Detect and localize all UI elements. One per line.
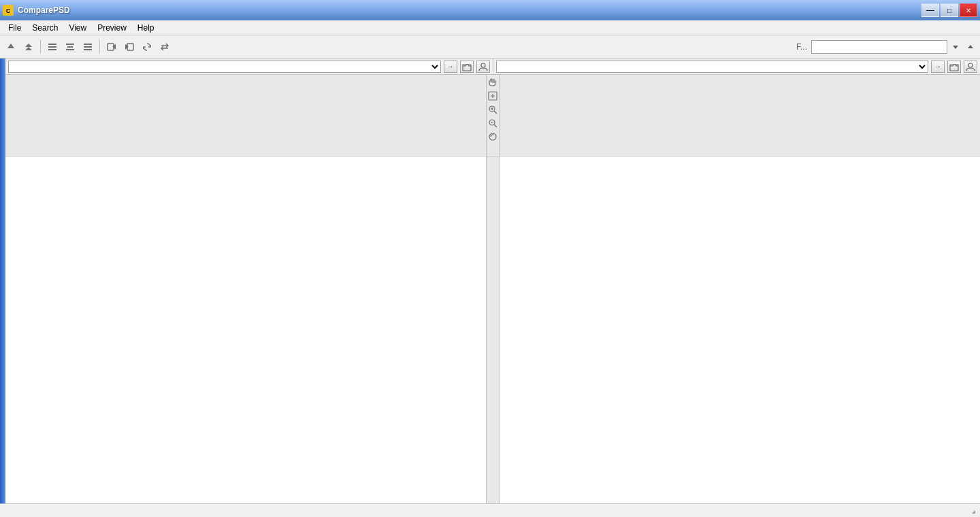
toolbar-prev-all-button[interactable] <box>20 39 37 55</box>
svg-point-16 <box>968 63 973 67</box>
resize-grip[interactable] <box>968 506 977 516</box>
svg-text:C: C <box>6 7 11 14</box>
svg-rect-12 <box>127 44 133 50</box>
left-file-dropdown[interactable] <box>8 61 441 73</box>
toolbar-open-right-button[interactable] <box>121 39 137 55</box>
toolbar-align-left-button[interactable] <box>44 39 61 55</box>
svg-rect-9 <box>84 46 92 48</box>
preview-row <box>5 75 980 156</box>
main-area: → → <box>0 59 980 503</box>
menu-bar: File Search View Preview Help <box>0 20 980 35</box>
title-bar-left: C ComparePSD <box>3 5 70 16</box>
svg-rect-8 <box>84 44 92 45</box>
diff-row <box>5 156 980 503</box>
main-toolbar: F... <box>0 35 980 59</box>
search-label: F... <box>796 42 807 52</box>
left-file-selector: → <box>5 59 493 74</box>
zoom-sync-button[interactable] <box>487 131 499 143</box>
right-diff-panel[interactable] <box>500 156 980 503</box>
toolbar-align-right-button[interactable] <box>80 39 96 55</box>
left-open-button[interactable] <box>460 61 474 73</box>
toolbar-sep-2 <box>99 40 100 54</box>
menu-preview[interactable]: Preview <box>92 22 132 34</box>
zoom-in-button[interactable] <box>487 103 499 116</box>
hand-tool-button[interactable] <box>487 76 499 88</box>
left-go-button[interactable]: → <box>444 61 457 73</box>
app-title: ComparePSD <box>18 5 70 15</box>
left-edge-decoration <box>0 59 5 503</box>
right-user-button[interactable] <box>964 61 977 73</box>
right-file-dropdown[interactable] <box>496 61 929 73</box>
toolbar-align-center-button[interactable] <box>62 39 78 55</box>
file-selector-row: → → <box>5 59 980 75</box>
right-go-button[interactable]: → <box>931 61 945 73</box>
right-preview-panel <box>500 75 980 156</box>
zoom-out-button[interactable] <box>487 117 499 129</box>
svg-rect-3 <box>48 46 56 48</box>
menu-view[interactable]: View <box>63 22 92 34</box>
search-up-button[interactable] <box>964 40 977 54</box>
window-controls: — □ ✕ <box>921 3 977 17</box>
center-vtoolbar <box>486 75 500 156</box>
svg-rect-7 <box>66 49 74 50</box>
search-down-button[interactable] <box>949 40 962 54</box>
minimize-button[interactable]: — <box>921 3 939 17</box>
toolbar-prev-button[interactable] <box>3 39 19 55</box>
status-bar <box>0 503 980 517</box>
svg-rect-6 <box>67 46 73 48</box>
diff-center-divider <box>486 156 500 503</box>
menu-help[interactable]: Help <box>132 22 160 34</box>
left-diff-panel[interactable] <box>5 156 486 503</box>
left-preview-panel <box>5 75 486 156</box>
toolbar-sep-1 <box>40 40 41 54</box>
menu-file[interactable]: File <box>3 22 27 34</box>
svg-rect-13 <box>463 65 471 71</box>
svg-rect-4 <box>48 49 56 50</box>
app-icon: C <box>3 5 14 16</box>
svg-point-14 <box>481 63 485 67</box>
title-bar: C ComparePSD — □ ✕ <box>0 0 980 20</box>
svg-rect-11 <box>108 44 114 50</box>
svg-rect-2 <box>48 44 56 45</box>
search-input[interactable] <box>811 40 947 54</box>
svg-rect-10 <box>84 49 92 50</box>
toolbar-refresh-button[interactable] <box>139 39 155 55</box>
toolbar-open-left-button[interactable] <box>103 39 120 55</box>
svg-rect-15 <box>950 65 958 71</box>
zoom-fit-button[interactable] <box>487 90 499 102</box>
toolbar-swap-button[interactable] <box>157 39 173 55</box>
svg-rect-5 <box>66 44 74 45</box>
close-button[interactable]: ✕ <box>960 3 977 17</box>
right-open-button[interactable] <box>947 61 961 73</box>
menu-search[interactable]: Search <box>27 22 63 34</box>
left-user-button[interactable] <box>476 61 490 73</box>
maximize-button[interactable]: □ <box>941 3 958 17</box>
right-file-selector: → <box>493 59 981 74</box>
